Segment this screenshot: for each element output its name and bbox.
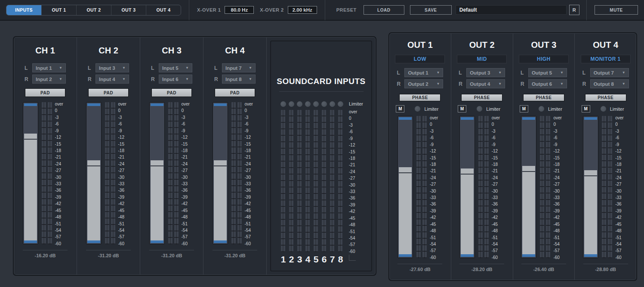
tab-out-2[interactable]: OUT 2 bbox=[76, 5, 111, 15]
pad-button[interactable]: PAD bbox=[215, 88, 255, 97]
meter-scale: over0-3-6-9-12-15-18-21-24-27-30-33-36-3… bbox=[430, 116, 443, 260]
fader-handle[interactable] bbox=[461, 174, 474, 175]
scale-tick-label: -27 bbox=[492, 182, 505, 187]
output-l-select[interactable]: Output 3 ▼ bbox=[466, 68, 505, 77]
meter-scale: over0-3-6-9-12-15-18-21-24-27-30-33-36-3… bbox=[615, 116, 628, 260]
fader-handle[interactable] bbox=[399, 172, 412, 173]
scale-tick-label: -36 bbox=[349, 196, 362, 200]
phase-button[interactable]: PHASE bbox=[585, 94, 626, 101]
output-r-select[interactable]: Output 8 ▼ bbox=[590, 79, 629, 88]
preset-name-field[interactable]: Default bbox=[456, 5, 567, 15]
fader-bottom-cap bbox=[151, 240, 163, 243]
level-meter-left bbox=[416, 116, 421, 258]
mute-m-button[interactable]: M bbox=[520, 105, 528, 112]
gain-fader[interactable] bbox=[23, 102, 38, 244]
input-r-select[interactable]: Input 2 ▼ bbox=[32, 75, 66, 84]
tab-out-3[interactable]: OUT 3 bbox=[111, 5, 146, 15]
phase-button[interactable]: PHASE bbox=[523, 94, 564, 101]
scale-tick-label: -48 bbox=[553, 229, 566, 233]
scale-tick-label: -15 bbox=[245, 142, 258, 147]
preset-label: PRESET bbox=[336, 7, 357, 12]
fader-handle[interactable] bbox=[522, 171, 535, 172]
scale-tick-label: -57 bbox=[553, 249, 566, 253]
scale-tick-label: -30 bbox=[553, 189, 566, 193]
scale-tick-label: over bbox=[245, 102, 258, 106]
xover2-field[interactable]: 2.00 kHz bbox=[288, 6, 317, 14]
scale-tick-label: -45 bbox=[615, 222, 628, 227]
output-r-select[interactable]: Output 4 ▼ bbox=[466, 79, 505, 88]
scale-tick-label: -12 bbox=[55, 135, 68, 140]
scale-tick-label: -24 bbox=[245, 162, 258, 166]
gain-fader[interactable] bbox=[583, 116, 598, 258]
scale-tick-label: -15 bbox=[553, 156, 566, 160]
gain-fader[interactable] bbox=[521, 116, 536, 258]
scale-tick-label: -60 bbox=[553, 256, 566, 260]
scale-tick-label: -33 bbox=[615, 196, 628, 200]
output-title: OUT 4 bbox=[593, 40, 618, 52]
scale-tick-label: -27 bbox=[182, 168, 194, 173]
save-button[interactable]: SAVE bbox=[410, 5, 452, 15]
output-l-select[interactable]: Output 1 ▼ bbox=[404, 68, 443, 77]
mute-m-button[interactable]: M bbox=[458, 105, 466, 112]
chevron-down-icon: ▼ bbox=[122, 66, 126, 70]
scale-tick-label: -51 bbox=[553, 236, 566, 240]
gain-fader[interactable] bbox=[397, 116, 413, 258]
scale-tick-label: -6 bbox=[492, 136, 505, 140]
fader-top-cap bbox=[461, 117, 474, 120]
scale-tick-label: -48 bbox=[245, 215, 258, 219]
gain-readout: -28.20 dB bbox=[459, 264, 504, 272]
scale-tick-label: -33 bbox=[182, 182, 194, 186]
mute-m-button[interactable]: M bbox=[582, 105, 590, 112]
limiter-label: Limiter bbox=[486, 106, 500, 112]
scale-tick-label: -60 bbox=[182, 242, 194, 246]
fader-handle[interactable] bbox=[584, 175, 597, 176]
input-l-select[interactable]: Input 7 ▼ bbox=[222, 63, 256, 72]
gain-readout: -26.40 dB bbox=[521, 264, 566, 272]
scale-tick-label: -27 bbox=[349, 176, 362, 181]
inputs-panel: CH 1 L Input 1 ▼ R Input 2 ▼ PAD over0-3… bbox=[13, 36, 376, 276]
phase-button[interactable]: PHASE bbox=[399, 94, 441, 101]
fader-handle[interactable] bbox=[24, 139, 37, 140]
pad-button[interactable]: PAD bbox=[25, 88, 65, 97]
input-r-select[interactable]: Input 8 ▼ bbox=[222, 75, 256, 84]
scale-tick-label: -18 bbox=[492, 162, 505, 167]
fader-fill bbox=[87, 160, 100, 243]
gain-fader[interactable] bbox=[86, 102, 102, 244]
scale-tick-label: -24 bbox=[349, 170, 362, 174]
mute-m-button[interactable]: M bbox=[396, 105, 404, 112]
scale-tick-label: -3 bbox=[430, 129, 443, 134]
pad-button[interactable]: PAD bbox=[151, 88, 192, 97]
tab-out-4[interactable]: OUT 4 bbox=[146, 5, 181, 15]
fader-top-cap bbox=[24, 103, 37, 106]
input-r-select[interactable]: Input 6 ▼ bbox=[159, 75, 192, 84]
input-l-select[interactable]: Input 5 ▼ bbox=[159, 63, 192, 72]
scale-tick-label: 0 bbox=[245, 109, 258, 113]
output-r-select[interactable]: Output 2 ▼ bbox=[404, 79, 443, 88]
reset-button[interactable]: R bbox=[569, 5, 579, 15]
input-l-select[interactable]: Input 1 ▼ bbox=[32, 63, 66, 72]
mute-button[interactable]: MUTE bbox=[595, 5, 638, 15]
gain-fader[interactable] bbox=[213, 102, 228, 244]
scale-tick-label: -12 bbox=[615, 149, 628, 153]
chevron-down-icon: ▼ bbox=[560, 82, 564, 86]
gain-fader[interactable] bbox=[149, 102, 165, 244]
tab-inputs[interactable]: INPUTS bbox=[6, 5, 41, 15]
input-l-select[interactable]: Input 3 ▼ bbox=[96, 63, 129, 72]
fader-bottom-cap bbox=[87, 240, 100, 243]
output-l-select[interactable]: Output 5 ▼ bbox=[528, 68, 567, 77]
output-l-select[interactable]: Output 7 ▼ bbox=[590, 68, 629, 77]
gain-fader[interactable] bbox=[459, 116, 475, 258]
fader-handle[interactable] bbox=[87, 165, 100, 166]
scale-tick-label: -21 bbox=[553, 169, 566, 173]
phase-button[interactable]: PHASE bbox=[461, 94, 502, 101]
xover1-field[interactable]: 80.0 Hz bbox=[225, 6, 254, 14]
input-r-select[interactable]: Input 4 ▼ bbox=[96, 75, 129, 84]
output-r-select[interactable]: Output 6 ▼ bbox=[528, 79, 567, 88]
load-button[interactable]: LOAD bbox=[364, 5, 404, 15]
fader-handle[interactable] bbox=[151, 165, 163, 166]
fader-handle[interactable] bbox=[214, 165, 227, 166]
tab-out-1[interactable]: OUT 1 bbox=[41, 5, 76, 15]
pad-button[interactable]: PAD bbox=[88, 88, 129, 97]
scale-tick-label: -54 bbox=[55, 228, 68, 233]
scale-tick-label: -54 bbox=[349, 236, 362, 240]
